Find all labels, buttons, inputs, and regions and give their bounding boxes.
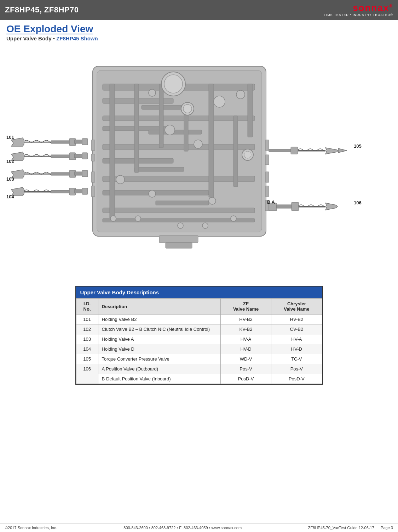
label-101: 101	[6, 135, 14, 140]
table-row: B Default Position Valve (Inboard) PosD-…	[76, 374, 322, 384]
svg-rect-63	[51, 155, 72, 158]
svg-rect-18	[159, 84, 163, 148]
diagram-svg: 101 102 103	[0, 45, 398, 275]
svg-point-32	[116, 175, 125, 184]
row-chr: CV-B2	[271, 324, 322, 334]
row-zf: PosD-V	[220, 374, 271, 384]
svg-rect-46	[265, 140, 269, 151]
table-heading: Upper Valve Body Descriptions	[80, 289, 159, 295]
svg-point-36	[135, 216, 141, 221]
svg-rect-81	[269, 149, 294, 152]
row-desc: Torque Converter Pressure Valve	[98, 354, 220, 364]
svg-rect-47	[265, 155, 269, 165]
svg-rect-20	[209, 84, 214, 197]
svg-rect-7	[149, 130, 202, 134]
row-zf: HV-B2	[220, 315, 271, 324]
label-104: 104	[6, 194, 14, 199]
svg-rect-17	[134, 84, 139, 172]
svg-point-28	[214, 96, 225, 107]
svg-point-34	[209, 197, 216, 204]
row-zf: HV-A	[220, 334, 271, 344]
svg-rect-56	[51, 141, 72, 143]
valve-body-table: Upper Valve Body Descriptions I.D.No. De…	[75, 286, 323, 385]
svg-rect-43	[91, 154, 95, 161]
row-desc: Clutch Valve B2 – B Clutch NIC (Neutral …	[98, 324, 220, 334]
svg-rect-11	[103, 176, 255, 182]
row-zf: HV-D	[220, 344, 271, 354]
label-105: 105	[354, 143, 362, 149]
row-zf: Pos-V	[220, 364, 271, 374]
header-title: ZF8HP45, ZF8HP70	[5, 5, 79, 15]
footer-page-num: Page 3	[381, 526, 393, 530]
svg-rect-14	[103, 208, 255, 213]
col-header-zf: ZFValve Name	[220, 299, 271, 315]
logo-sonnax: sonnax®	[353, 3, 393, 12]
oe-exploded-title: OE Exploded View	[6, 23, 392, 35]
svg-rect-82	[291, 147, 298, 154]
row-chr: Pos-V	[271, 364, 322, 374]
footer-page: ZF8HP45-70_VacTest Guide 12-06-17 Page 3	[308, 526, 393, 530]
svg-point-33	[149, 190, 156, 197]
svg-rect-77	[51, 190, 72, 193]
subtitle: Upper Valve Body • ZF8HP45 Shown	[6, 35, 392, 41]
col-header-desc: Description	[98, 299, 220, 315]
svg-rect-66	[82, 153, 88, 159]
col-header-id: I.D.No.	[76, 299, 98, 315]
row-chr: HV-A	[271, 334, 322, 344]
footer-copyright: ©2017 Sonnax Industries, Inc.	[5, 526, 57, 530]
descriptions-table: I.D.No. Description ZFValve Name Chrysle…	[76, 298, 322, 384]
svg-rect-21	[233, 116, 238, 187]
svg-rect-44	[91, 172, 95, 182]
svg-rect-42	[91, 140, 95, 151]
svg-point-24	[164, 75, 183, 93]
svg-point-38	[178, 223, 183, 228]
subtitle-bullet: •	[52, 35, 57, 41]
row-desc: A Position Valve (Outboard)	[98, 364, 220, 374]
row-id: 106	[76, 364, 98, 384]
table-row: 102 Clutch Valve B2 – B Clutch NIC (Neut…	[76, 324, 322, 334]
row-zf: KV-B2	[220, 324, 271, 334]
row-desc: B Default Position Valve (Inboard)	[98, 374, 220, 384]
logo-tagline: TIME TESTED • INDUSTRY TRUSTED®	[324, 13, 393, 17]
row-chr: TC-V	[271, 354, 322, 364]
svg-rect-10	[134, 167, 184, 171]
svg-rect-73	[82, 170, 88, 177]
row-id: 102	[76, 324, 98, 334]
row-id: 104	[76, 344, 98, 354]
svg-rect-22	[248, 84, 253, 137]
svg-marker-86	[338, 148, 347, 153]
row-desc: Holding Valve B2	[98, 315, 220, 324]
subtitle-part2: ZF8HP45 Shown	[56, 35, 98, 41]
table-row: 104 Holding Valve D HV-D HV-D	[76, 344, 322, 354]
svg-rect-51	[159, 236, 198, 243]
svg-point-29	[236, 90, 245, 99]
logo-reg: ®	[389, 4, 393, 9]
svg-marker-85	[325, 148, 338, 154]
svg-rect-45	[91, 186, 95, 197]
col-header-chr: ChryslerValve Name	[271, 299, 322, 315]
svg-rect-8	[103, 144, 255, 150]
svg-rect-52	[166, 243, 192, 248]
table-row: 101 Holding Valve B2 HV-B2 HV-B2	[76, 315, 322, 324]
svg-rect-5	[103, 116, 255, 121]
exploded-diagram: 101 102 103	[0, 45, 398, 275]
ba-label: B A	[267, 199, 275, 205]
svg-point-35	[231, 216, 236, 221]
table-row: 106 A Position Valve (Outboard) Pos-V Po…	[76, 364, 322, 374]
table-heading-row: Upper Valve Body Descriptions	[76, 287, 322, 298]
svg-point-31	[244, 151, 251, 158]
svg-rect-13	[156, 201, 209, 205]
svg-point-40	[149, 89, 156, 96]
label-106: 106	[354, 200, 362, 205]
table-row: 103 Holding Valve A HV-A HV-A	[76, 334, 322, 344]
row-chr: HV-B2	[271, 315, 322, 324]
label-102: 102	[6, 159, 14, 164]
row-chr: HV-D	[271, 344, 322, 354]
footer-doc-ref: ZF8HP45-70_VacTest Guide 12-06-17	[308, 526, 374, 530]
page-footer: ©2017 Sonnax Industries, Inc. 800-843-26…	[0, 523, 398, 532]
row-id: 101	[76, 315, 98, 324]
subtitle-part1: Upper Valve Body	[6, 35, 52, 41]
row-id: 103	[76, 334, 98, 344]
svg-rect-16	[110, 84, 115, 219]
table-container: Upper Valve Body Descriptions I.D.No. De…	[0, 279, 398, 385]
